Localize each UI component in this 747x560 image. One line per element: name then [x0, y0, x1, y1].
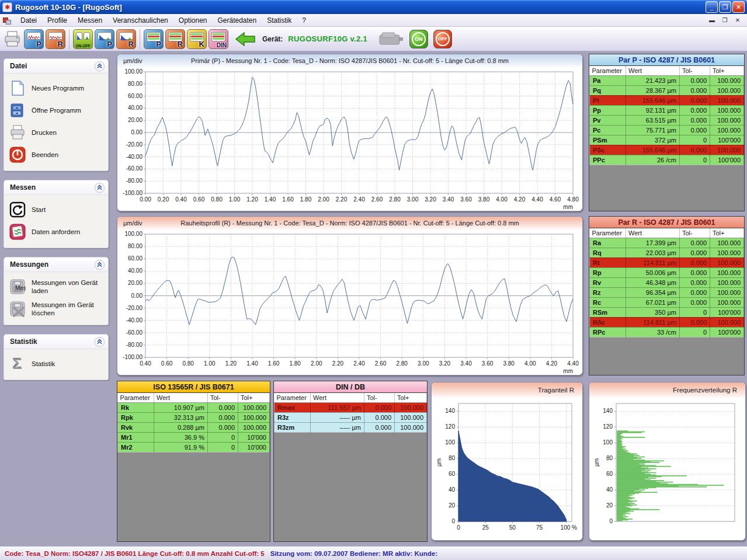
svg-text:3.60: 3.60	[460, 196, 472, 203]
collapse-chevron-icon[interactable]	[95, 260, 105, 270]
table-k-button[interactable]: K	[187, 29, 207, 49]
svg-text:0: 0	[609, 518, 613, 524]
print-button[interactable]	[2, 29, 22, 49]
table-cell: 0.000	[680, 317, 710, 327]
sidebar: DateiNeues ProgrammÖffne ProgrammDrucken…	[4, 58, 109, 389]
bearing-ratio-chart: 0255075100 %020406080100120140µm	[434, 399, 581, 538]
table-cell: 100'000	[710, 327, 744, 337]
view-onoff-button[interactable]: ON-OFF	[73, 29, 93, 49]
column-header: Tol+	[710, 228, 744, 238]
profile-r-button[interactable]: R	[46, 29, 65, 49]
svg-text:1.20: 1.20	[246, 196, 258, 203]
sidebar-item-label: Start	[32, 206, 46, 214]
svg-text:40.00: 40.00	[128, 105, 143, 111]
table-panel-title: ISO 13565R / JIS B0671	[117, 381, 270, 393]
collapse-chevron-icon[interactable]	[95, 337, 105, 347]
graph-pane-icon	[76, 32, 82, 40]
svg-text:0.00: 0.00	[131, 293, 143, 299]
parameter-table: ParameterWertTol-Tol+Rk10.907 µm0.000100…	[117, 393, 270, 453]
table-cell: 0	[208, 432, 238, 442]
param-row-pt: Pt155.646 µm0.000100.000	[590, 95, 744, 105]
svg-text:-40.00: -40.00	[126, 317, 143, 324]
menu-item-profile[interactable]: Profile	[42, 15, 72, 26]
restore-button[interactable]: ❐	[719, 1, 731, 13]
sidebar-item-daten-anfordern[interactable]: Daten anfordern	[9, 221, 106, 243]
svg-text:4.40: 4.40	[567, 360, 579, 367]
menu-item-datei[interactable]: Datei	[15, 15, 42, 26]
table-cell: Rz	[590, 287, 626, 297]
collapse-chevron-icon[interactable]	[95, 61, 105, 71]
table-cell: 372 µm	[626, 135, 680, 145]
menu-item-statistik[interactable]: Statistik	[262, 15, 297, 26]
svg-text:3.60: 3.60	[482, 360, 494, 367]
param-row-mr1: Mr136.9 %010'000	[118, 432, 270, 442]
graph-pane-icon	[98, 32, 112, 40]
table-cell: 91.9 %	[154, 442, 208, 452]
table-cell: 46.348 µm	[626, 277, 680, 287]
svg-text:3.00: 3.00	[407, 196, 419, 203]
sidebar-item-messungen-im-ger-t-l-schen[interactable]: Messungen im Gerät löschen	[9, 298, 106, 320]
menu-item-optionen[interactable]: Optionen	[173, 15, 213, 26]
off-button[interactable]: OFF	[433, 30, 452, 48]
svg-text:25: 25	[482, 524, 489, 531]
table-cell: 0	[208, 442, 238, 452]
minimize-button[interactable]: _	[706, 1, 718, 13]
table-cell: 100.000	[710, 277, 744, 287]
menu-item-[interactable]: ?	[297, 15, 311, 26]
sidebar-item-ffne-programm[interactable]: Öffne Programm	[9, 99, 106, 121]
sidebar-item-drucken[interactable]: Drucken	[9, 121, 106, 144]
table-cell: Pv	[590, 115, 626, 125]
view-r-button[interactable]: R	[116, 29, 136, 49]
table-cell: 100.000	[710, 95, 744, 105]
svg-text:40.00: 40.00	[128, 267, 143, 274]
param-row-pq: Pq28.367 µm0.000100.000	[590, 85, 744, 95]
table-cell: 28.367 µm	[626, 85, 680, 95]
chart-title: Frequenzverteilung R	[673, 387, 737, 394]
menu-items: DateiProfileMessenVeranschaulichenOption…	[15, 15, 311, 26]
sidebar-item-beenden[interactable]: Beenden	[9, 144, 106, 166]
svg-text:4.00: 4.00	[524, 360, 536, 367]
table-panel-title: Par R - ISO 4287 / JIS B0601	[589, 217, 744, 228]
menu-item-messen[interactable]: Messen	[72, 15, 107, 26]
sidebar-item-label: Neues Programm	[32, 84, 84, 92]
table-din-button[interactable]: DIN	[209, 29, 228, 49]
close-button[interactable]: ✕	[732, 1, 745, 13]
table-p-button[interactable]: P	[144, 29, 164, 49]
collapse-chevron-icon[interactable]	[95, 183, 105, 193]
sidebar-item-label: Daten anfordern	[32, 228, 80, 236]
profile-trace-icon	[27, 32, 41, 40]
table-cell: 100.000	[238, 412, 270, 422]
svg-text:120: 120	[445, 423, 455, 430]
sidebar-item-start[interactable]: Start	[9, 199, 106, 221]
table-r-button[interactable]: R	[165, 29, 185, 49]
svg-text:-100.00: -100.00	[123, 354, 143, 360]
svg-text:2.20: 2.20	[332, 360, 344, 367]
table-cell: R3z	[275, 412, 311, 422]
sidebar-item-statistik[interactable]: ΣStatistik	[9, 353, 106, 375]
svg-text:0.20: 0.20	[158, 196, 169, 203]
table-cell: 100'000	[710, 155, 744, 165]
sidebar-item-messungen-von-ger-t-laden[interactable]: MessMessungen von Gerät laden	[9, 276, 106, 298]
view-p-button[interactable]: P	[95, 29, 114, 49]
child-minimize-button[interactable]: ▬	[707, 16, 717, 25]
table-cell: Pc	[590, 125, 626, 135]
table-cell: 36.9 %	[154, 432, 208, 442]
table-cell: 33 /cm	[626, 327, 680, 337]
menu-item-ger-tedaten[interactable]: Gerätedaten	[213, 15, 262, 26]
svg-text:0: 0	[457, 524, 460, 531]
svg-text:1.40: 1.40	[246, 360, 258, 367]
profile-p-button[interactable]: P	[24, 29, 44, 49]
param-row-pa: Pa21.423 µm0.000100.000	[590, 75, 744, 85]
frequency-distribution-panel: Frequenzverteilung R 020406080100120140µ…	[589, 382, 746, 541]
param-row-mr2: Mr291.9 %010'000	[118, 442, 270, 452]
menu-item-veranschaulichen[interactable]: Veranschaulichen	[107, 15, 173, 26]
table-cell: 17.399 µm	[626, 238, 680, 248]
on-button[interactable]: ON	[409, 30, 428, 48]
graph-pane-icon	[84, 32, 90, 40]
child-restore-button[interactable]: ❐	[720, 16, 729, 25]
svg-text:2.80: 2.80	[396, 360, 408, 367]
sidebar-item-neues-programm[interactable]: Neues Programm	[9, 77, 106, 99]
child-close-button[interactable]: ✕	[733, 16, 742, 25]
load-measurements-icon: Mess	[9, 278, 26, 295]
column-header: Tol-	[680, 66, 710, 75]
